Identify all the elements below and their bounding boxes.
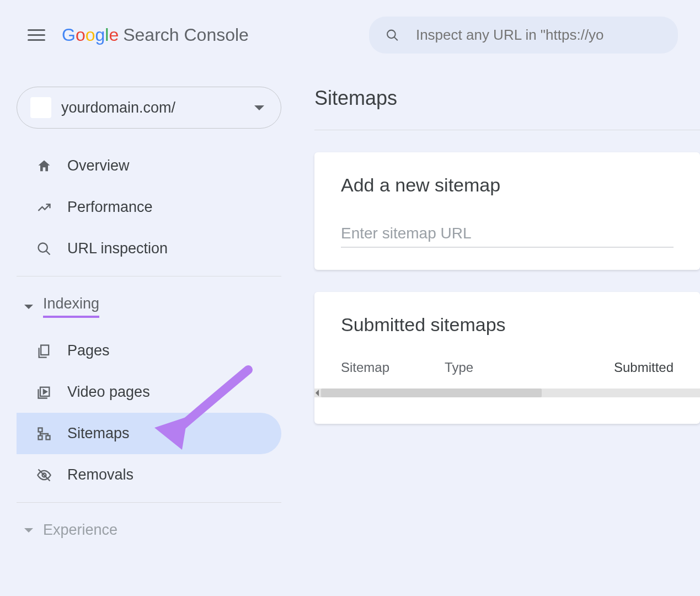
sidebar-item-removals[interactable]: Removals — [17, 454, 281, 496]
visibility-off-icon — [36, 467, 52, 483]
sidebar-item-url-inspection[interactable]: URL inspection — [17, 228, 281, 269]
sidebar-item-label: Performance — [67, 199, 153, 216]
chevron-down-icon — [254, 105, 264, 110]
svg-rect-8 — [46, 435, 50, 439]
sitemap-url-input[interactable] — [341, 220, 674, 248]
divider — [17, 276, 281, 276]
svg-marker-6 — [44, 390, 47, 393]
horizontal-scrollbar[interactable] — [314, 389, 700, 397]
sidebar-item-overview[interactable]: Overview — [17, 145, 281, 187]
table-header: Sitemap Type Submitted — [341, 360, 674, 375]
home-icon — [36, 158, 52, 174]
section-indexing[interactable]: Indexing — [17, 283, 281, 330]
section-label: Experience — [43, 522, 117, 539]
sidebar-item-pages[interactable]: Pages — [17, 330, 281, 371]
search-icon — [36, 241, 52, 257]
sidebar-item-label: Pages — [67, 342, 110, 359]
app-header: Google Search Console — [0, 0, 700, 65]
pages-icon — [36, 343, 52, 359]
svg-point-2 — [39, 243, 47, 252]
chevron-down-icon — [24, 305, 33, 309]
search-icon — [386, 28, 399, 43]
section-label: Indexing — [43, 295, 99, 318]
url-inspect-search[interactable] — [369, 17, 678, 54]
chevron-down-icon — [24, 528, 33, 533]
sidebar-item-video-pages[interactable]: Video pages — [17, 371, 281, 413]
sidebar-item-performance[interactable]: Performance — [17, 187, 281, 228]
product-logo: Google Search Console — [62, 25, 249, 45]
google-logo: Google — [62, 25, 119, 45]
property-label: yourdomain.com/ — [61, 99, 244, 116]
sidebar-item-label: Video pages — [67, 384, 150, 401]
section-experience[interactable]: Experience — [17, 509, 281, 551]
property-favicon — [30, 97, 51, 118]
submitted-sitemaps-card: Submitted sitemaps Sitemap Type Submitte… — [314, 292, 700, 424]
menu-button[interactable] — [28, 26, 45, 44]
sitemap-icon — [36, 426, 52, 441]
sidebar: yourdomain.com/ Overview Performance URL… — [0, 65, 292, 551]
svg-rect-4 — [41, 345, 49, 355]
add-sitemap-card: Add a new sitemap — [314, 152, 700, 270]
video-pages-icon — [36, 385, 52, 400]
sidebar-item-label: Overview — [67, 157, 130, 174]
svg-line-3 — [46, 251, 50, 254]
page-title: Sitemaps — [314, 87, 700, 110]
svg-rect-9 — [39, 435, 42, 439]
sidebar-item-label: Sitemaps — [67, 425, 130, 442]
product-name: Search Console — [123, 25, 249, 45]
col-sitemap: Sitemap — [341, 360, 389, 375]
divider — [17, 502, 281, 503]
col-submitted: Submitted — [614, 360, 674, 375]
trending-up-icon — [36, 200, 52, 215]
property-selector[interactable]: yourdomain.com/ — [17, 87, 281, 129]
card-title: Add a new sitemap — [341, 174, 674, 196]
sidebar-item-label: URL inspection — [67, 240, 168, 257]
sidebar-item-sitemaps[interactable]: Sitemaps — [17, 413, 281, 454]
svg-line-1 — [394, 37, 398, 40]
svg-point-0 — [387, 30, 396, 38]
card-title: Submitted sitemaps — [341, 314, 674, 336]
divider — [314, 130, 700, 130]
svg-rect-7 — [39, 428, 42, 432]
sidebar-item-label: Removals — [67, 466, 133, 483]
url-inspect-input[interactable] — [416, 26, 661, 44]
main-content: Sitemaps Add a new sitemap Submitted sit… — [292, 65, 700, 551]
col-type: Type — [445, 360, 473, 375]
